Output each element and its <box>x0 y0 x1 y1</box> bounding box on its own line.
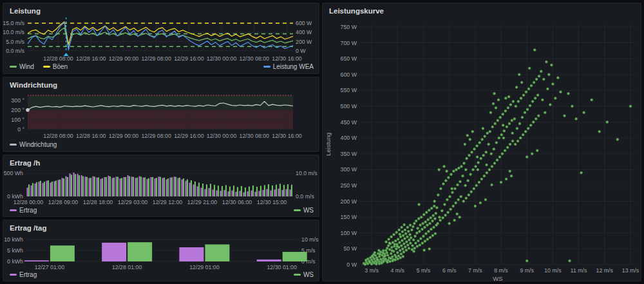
legend-item-ws[interactable]: WS <box>294 207 314 214</box>
svg-text:10 m/s: 10 m/s <box>301 236 319 243</box>
grafana-dashboard: Leistung 15.0 m/s10.0 m/s5.0 m/s0.0 m/s6… <box>0 0 644 284</box>
svg-text:12/28 18:00: 12/28 18:00 <box>83 199 113 205</box>
legend-item-ertrag[interactable]: Ertrag <box>10 207 37 214</box>
svg-text:5.0 m/s: 5.0 m/s <box>6 39 24 45</box>
panel-ertrag-tag: Ertrag /tag 10 kWh5 kWh0 kWh10 m/s5 m/s0… <box>3 220 319 281</box>
svg-text:12/30 16:00: 12/30 16:00 <box>272 55 302 62</box>
ertrag-h-chart[interactable]: 500 Wh0 kWh10.0 m/s0.0 m/s12/28 00:0012/… <box>3 168 319 209</box>
panel-leistung: Leistung 15.0 m/s10.0 m/s5.0 m/s0.0 m/s6… <box>3 3 319 74</box>
svg-text:200 °: 200 ° <box>11 107 24 113</box>
svg-text:12/29 00:00: 12/29 00:00 <box>109 55 139 62</box>
svg-text:12/30 08:00: 12/30 08:00 <box>240 133 270 139</box>
svg-text:0 W: 0 W <box>296 48 306 54</box>
legend-item-leistung-wea[interactable]: Leistung WEA <box>263 63 314 70</box>
svg-text:12/28 01:00: 12/28 01:00 <box>112 264 142 270</box>
svg-text:250 W: 250 W <box>341 182 357 189</box>
svg-text:12/29 21:00: 12/29 21:00 <box>187 199 218 205</box>
legend-item-ertrag[interactable]: Ertrag <box>10 271 37 278</box>
svg-text:15.0 m/s: 15.0 m/s <box>3 20 25 26</box>
legend-item-ws[interactable]: WS <box>294 271 314 278</box>
svg-text:12/29 08:00: 12/29 08:00 <box>141 133 171 139</box>
b-en-swatch <box>43 66 50 68</box>
svg-text:12/30 15:00: 12/30 15:00 <box>257 199 287 205</box>
svg-text:450 W: 450 W <box>341 119 357 126</box>
ws-swatch <box>294 209 301 211</box>
legend-item-wind[interactable]: Wind <box>10 63 34 70</box>
windrichtung-chart[interactable]: 300 °200 °100 °0 °12/28 08:0012/28 16:00… <box>3 90 319 142</box>
svg-text:7 m/s: 7 m/s <box>468 267 482 274</box>
svg-text:500 Wh: 500 Wh <box>4 170 23 176</box>
svg-text:12/30 01:00: 12/30 01:00 <box>267 264 297 270</box>
panel-windrichtung: Windrichtung 300 °200 °100 °0 °12/28 08:… <box>3 77 319 152</box>
svg-text:3 m/s: 3 m/s <box>365 267 379 274</box>
svg-text:12/28 08:00: 12/28 08:00 <box>43 133 73 139</box>
ertrag-h-legend: Ertrag WS <box>10 206 314 214</box>
svg-text:200 W: 200 W <box>341 198 357 205</box>
svg-text:12/28 00:00: 12/28 00:00 <box>14 199 44 205</box>
legend-label: Windrichtung <box>19 141 57 148</box>
svg-text:12/29 03:00: 12/29 03:00 <box>118 199 148 205</box>
svg-text:300 °: 300 ° <box>11 97 24 104</box>
gridlines <box>28 20 293 52</box>
legend-label: Ertrag <box>19 207 37 214</box>
legend-item-windrichtung[interactable]: Windrichtung <box>10 141 57 148</box>
ertrag-swatch <box>10 209 17 211</box>
leistungskurve-chart[interactable]: 750 W700 W650 W600 W550 W500 W450 W400 W… <box>323 16 641 281</box>
svg-text:12/29 16:00: 12/29 16:00 <box>174 133 204 139</box>
panel-leistungskurve: Leistungskurve 750 W700 W650 W600 W550 W… <box>322 3 641 281</box>
svg-text:100 °: 100 ° <box>11 117 24 123</box>
category-labels: 12/27 01:0012/28 01:0012/29 01:0012/30 0… <box>35 264 297 270</box>
ertrag-tag-chart[interactable]: 10 kWh5 kWh0 kWh10 m/s5 m/s0 m/s12/27 01… <box>3 233 319 273</box>
svg-text:9 m/s: 9 m/s <box>520 267 534 274</box>
svg-text:12/30 06:00: 12/30 06:00 <box>222 199 252 205</box>
svg-text:13 m/s: 13 m/s <box>622 267 639 274</box>
svg-text:0 W: 0 W <box>346 261 357 268</box>
legend-group-right: WS <box>294 271 314 278</box>
legend-group-left: Windrichtung <box>10 141 57 148</box>
svg-text:12/30 00:00: 12/30 00:00 <box>207 133 237 139</box>
svg-text:12 m/s: 12 m/s <box>596 267 614 274</box>
legend-label: Böen <box>53 63 68 70</box>
svg-text:12/28 09:00: 12/28 09:00 <box>48 199 79 205</box>
legend-group-right: Leistung WEA <box>263 63 314 70</box>
svg-text:10.0 m/s: 10.0 m/s <box>296 170 317 176</box>
svg-text:10 m/s: 10 m/s <box>544 267 562 274</box>
bars <box>27 173 293 196</box>
svg-text:WS: WS <box>493 275 502 281</box>
svg-text:12/29 12:00: 12/29 12:00 <box>153 199 183 205</box>
legend-group-right: WS <box>294 207 314 214</box>
svg-text:650 W: 650 W <box>341 55 357 62</box>
ertrag-tag-legend: Ertrag WS <box>10 270 314 279</box>
ws-swatch <box>294 274 301 276</box>
svg-text:11 m/s: 11 m/s <box>571 267 587 274</box>
svg-text:400 W: 400 W <box>341 135 357 141</box>
axis-ticks: 15.0 m/s10.0 m/s5.0 m/s0.0 m/s600 W400 W… <box>3 20 312 62</box>
svg-text:12/30 08:00: 12/30 08:00 <box>240 55 270 62</box>
legend-item-b-en[interactable]: Böen <box>43 63 68 70</box>
leistung-wea-swatch <box>263 66 270 68</box>
svg-text:5 kWh: 5 kWh <box>7 247 23 254</box>
leistung-chart[interactable]: 15.0 m/s10.0 m/s5.0 m/s0.0 m/s600 W400 W… <box>3 16 319 64</box>
svg-text:12/29 01:00: 12/29 01:00 <box>189 264 220 270</box>
bars <box>24 242 307 261</box>
svg-text:400 W: 400 W <box>296 29 312 35</box>
svg-text:12/30 16:00: 12/30 16:00 <box>272 133 302 139</box>
svg-text:0 °: 0 ° <box>17 126 24 133</box>
svg-text:12/29 08:00: 12/29 08:00 <box>141 55 171 62</box>
svg-text:Leistung: Leistung <box>325 133 332 156</box>
series-lines <box>28 22 293 50</box>
svg-text:600 W: 600 W <box>341 71 357 78</box>
svg-text:12/29 00:00: 12/29 00:00 <box>109 133 139 139</box>
svg-text:12/27 01:00: 12/27 01:00 <box>35 264 65 270</box>
svg-text:12/28 16:00: 12/28 16:00 <box>76 133 106 139</box>
svg-text:0.0 m/s: 0.0 m/s <box>6 48 24 54</box>
legend-label: WS <box>303 207 314 214</box>
svg-text:12/29 16:00: 12/29 16:00 <box>174 55 204 62</box>
svg-text:50 W: 50 W <box>343 245 357 252</box>
svg-text:500 W: 500 W <box>341 103 357 109</box>
svg-text:10.0 m/s: 10.0 m/s <box>3 29 25 35</box>
legend-label: Leistung WEA <box>273 63 314 70</box>
legend-label: Ertrag <box>19 271 37 278</box>
svg-text:12/28 16:00: 12/28 16:00 <box>76 55 106 62</box>
panel-ertrag-h: Ertrag /h 500 Wh0 kWh10.0 m/s0.0 m/s12/2… <box>3 155 319 217</box>
